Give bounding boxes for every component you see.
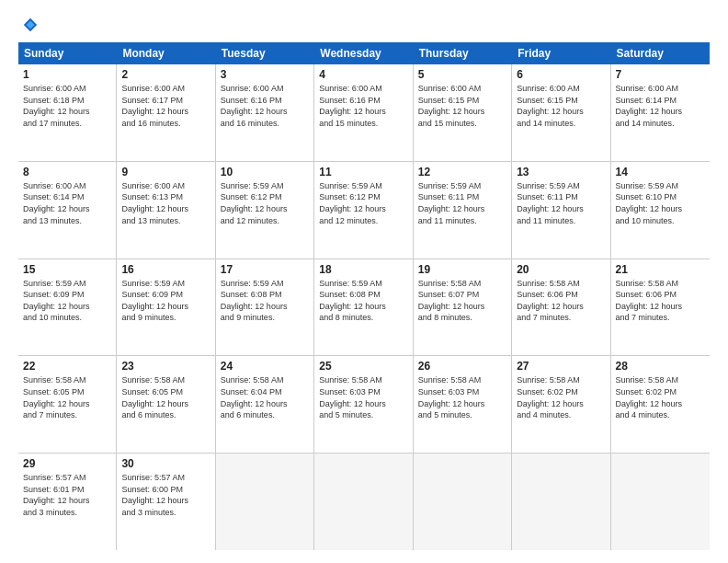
cell-text: Sunrise: 5:59 AMSunset: 6:12 PMDaylight:… <box>221 180 309 226</box>
calendar-cell <box>414 454 512 550</box>
header-day-saturday: Saturday <box>611 42 710 64</box>
day-number: 28 <box>616 360 705 373</box>
calendar-cell: 11Sunrise: 5:59 AMSunset: 6:12 PMDayligh… <box>314 162 413 259</box>
day-number: 4 <box>319 68 407 81</box>
cell-text: Sunrise: 5:58 AMSunset: 6:05 PMDaylight:… <box>23 374 111 420</box>
calendar-cell: 2Sunrise: 6:00 AMSunset: 6:17 PMDaylight… <box>117 64 215 161</box>
calendar-cell <box>314 454 413 550</box>
calendar-cell: 6Sunrise: 6:00 AMSunset: 6:15 PMDaylight… <box>512 64 610 161</box>
cell-text: Sunrise: 5:59 AMSunset: 6:08 PMDaylight:… <box>221 278 309 324</box>
calendar-cell: 19Sunrise: 5:58 AMSunset: 6:07 PMDayligh… <box>414 259 512 356</box>
cell-text: Sunrise: 5:58 AMSunset: 6:02 PMDaylight:… <box>616 374 705 420</box>
calendar-cell: 9Sunrise: 6:00 AMSunset: 6:13 PMDaylight… <box>117 162 215 259</box>
calendar-cell <box>216 454 314 550</box>
cell-text: Sunrise: 5:58 AMSunset: 6:04 PMDaylight:… <box>221 374 309 420</box>
calendar-cell: 29Sunrise: 5:57 AMSunset: 6:01 PMDayligh… <box>18 454 117 550</box>
calendar-cell: 5Sunrise: 6:00 AMSunset: 6:15 PMDaylight… <box>414 64 512 161</box>
day-number: 13 <box>517 166 605 178</box>
cell-text: Sunrise: 5:57 AMSunset: 6:01 PMDaylight:… <box>23 472 111 518</box>
calendar-row-4: 29Sunrise: 5:57 AMSunset: 6:01 PMDayligh… <box>18 454 710 550</box>
day-number: 14 <box>616 166 705 178</box>
calendar: SundayMondayTuesdayWednesdayThursdayFrid… <box>18 42 710 550</box>
day-number: 25 <box>319 360 407 373</box>
header-day-friday: Friday <box>512 42 610 64</box>
calendar-cell: 4Sunrise: 6:00 AMSunset: 6:16 PMDaylight… <box>314 64 413 161</box>
calendar-cell: 13Sunrise: 5:59 AMSunset: 6:11 PMDayligh… <box>512 162 610 259</box>
calendar-cell: 25Sunrise: 5:58 AMSunset: 6:03 PMDayligh… <box>314 356 413 453</box>
day-number: 1 <box>23 68 111 81</box>
day-number: 6 <box>517 68 605 81</box>
day-number: 3 <box>221 68 309 81</box>
header-day-sunday: Sunday <box>18 42 117 64</box>
calendar-cell: 15Sunrise: 5:59 AMSunset: 6:09 PMDayligh… <box>18 259 117 356</box>
logo <box>18 17 39 33</box>
cell-text: Sunrise: 5:58 AMSunset: 6:07 PMDaylight:… <box>418 278 506 324</box>
day-number: 12 <box>418 166 506 178</box>
calendar-row-2: 15Sunrise: 5:59 AMSunset: 6:09 PMDayligh… <box>18 259 710 357</box>
day-number: 22 <box>23 360 111 373</box>
calendar-cell: 7Sunrise: 6:00 AMSunset: 6:14 PMDaylight… <box>611 64 710 161</box>
header-day-thursday: Thursday <box>414 42 512 64</box>
day-number: 19 <box>418 263 506 276</box>
cell-text: Sunrise: 5:59 AMSunset: 6:10 PMDaylight:… <box>616 180 705 226</box>
cell-text: Sunrise: 5:58 AMSunset: 6:06 PMDaylight:… <box>517 278 605 324</box>
cell-text: Sunrise: 5:59 AMSunset: 6:08 PMDaylight:… <box>319 278 407 324</box>
calendar-cell: 23Sunrise: 5:58 AMSunset: 6:05 PMDayligh… <box>117 356 215 453</box>
calendar-cell: 21Sunrise: 5:58 AMSunset: 6:06 PMDayligh… <box>611 259 710 356</box>
calendar-row-0: 1Sunrise: 6:00 AMSunset: 6:18 PMDaylight… <box>18 64 710 162</box>
calendar-cell: 12Sunrise: 5:59 AMSunset: 6:11 PMDayligh… <box>414 162 512 259</box>
day-number: 8 <box>23 166 111 178</box>
day-number: 21 <box>616 263 705 276</box>
cell-text: Sunrise: 5:59 AMSunset: 6:09 PMDaylight:… <box>23 278 111 324</box>
cell-text: Sunrise: 5:59 AMSunset: 6:11 PMDaylight:… <box>517 180 605 226</box>
calendar-cell: 30Sunrise: 5:57 AMSunset: 6:00 PMDayligh… <box>117 454 215 550</box>
cell-text: Sunrise: 6:00 AMSunset: 6:16 PMDaylight:… <box>221 83 309 129</box>
cell-text: Sunrise: 6:00 AMSunset: 6:15 PMDaylight:… <box>418 83 506 129</box>
cell-text: Sunrise: 5:57 AMSunset: 6:00 PMDaylight:… <box>121 472 210 518</box>
cell-text: Sunrise: 6:00 AMSunset: 6:17 PMDaylight:… <box>121 83 210 129</box>
calendar-cell: 24Sunrise: 5:58 AMSunset: 6:04 PMDayligh… <box>216 356 314 453</box>
header-day-monday: Monday <box>117 42 215 64</box>
calendar-cell: 22Sunrise: 5:58 AMSunset: 6:05 PMDayligh… <box>18 356 117 453</box>
calendar-cell: 1Sunrise: 6:00 AMSunset: 6:18 PMDaylight… <box>18 64 117 161</box>
calendar-cell: 18Sunrise: 5:59 AMSunset: 6:08 PMDayligh… <box>314 259 413 356</box>
day-number: 20 <box>517 263 605 276</box>
day-number: 29 <box>23 457 111 470</box>
calendar-row-3: 22Sunrise: 5:58 AMSunset: 6:05 PMDayligh… <box>18 356 710 454</box>
cell-text: Sunrise: 5:59 AMSunset: 6:12 PMDaylight:… <box>319 180 407 226</box>
cell-text: Sunrise: 6:00 AMSunset: 6:13 PMDaylight:… <box>121 180 210 226</box>
calendar-cell: 10Sunrise: 5:59 AMSunset: 6:12 PMDayligh… <box>216 162 314 259</box>
cell-text: Sunrise: 5:58 AMSunset: 6:06 PMDaylight:… <box>616 278 705 324</box>
cell-text: Sunrise: 5:58 AMSunset: 6:05 PMDaylight:… <box>121 374 210 420</box>
day-number: 17 <box>221 263 309 276</box>
day-number: 11 <box>319 166 407 178</box>
day-number: 24 <box>221 360 309 373</box>
calendar-cell: 20Sunrise: 5:58 AMSunset: 6:06 PMDayligh… <box>512 259 610 356</box>
cell-text: Sunrise: 5:58 AMSunset: 6:03 PMDaylight:… <box>319 374 407 420</box>
cell-text: Sunrise: 6:00 AMSunset: 6:16 PMDaylight:… <box>319 83 407 129</box>
cell-text: Sunrise: 6:00 AMSunset: 6:14 PMDaylight:… <box>23 180 111 226</box>
calendar-cell: 28Sunrise: 5:58 AMSunset: 6:02 PMDayligh… <box>611 356 710 453</box>
calendar-cell: 27Sunrise: 5:58 AMSunset: 6:02 PMDayligh… <box>512 356 610 453</box>
day-number: 5 <box>418 68 506 81</box>
day-number: 18 <box>319 263 407 276</box>
calendar-cell: 26Sunrise: 5:58 AMSunset: 6:03 PMDayligh… <box>414 356 512 453</box>
day-number: 9 <box>121 166 210 178</box>
calendar-cell: 16Sunrise: 5:59 AMSunset: 6:09 PMDayligh… <box>117 259 215 356</box>
calendar-cell: 14Sunrise: 5:59 AMSunset: 6:10 PMDayligh… <box>611 162 710 259</box>
calendar-header: SundayMondayTuesdayWednesdayThursdayFrid… <box>18 42 710 64</box>
calendar-cell: 8Sunrise: 6:00 AMSunset: 6:14 PMDaylight… <box>18 162 117 259</box>
cell-text: Sunrise: 5:58 AMSunset: 6:02 PMDaylight:… <box>517 374 605 420</box>
calendar-cell: 3Sunrise: 6:00 AMSunset: 6:16 PMDaylight… <box>216 64 314 161</box>
calendar-cell <box>611 454 710 550</box>
cell-text: Sunrise: 6:00 AMSunset: 6:18 PMDaylight:… <box>23 83 111 129</box>
calendar-cell <box>512 454 610 550</box>
header-day-tuesday: Tuesday <box>216 42 314 64</box>
page: SundayMondayTuesdayWednesdayThursdayFrid… <box>0 0 728 563</box>
cell-text: Sunrise: 5:59 AMSunset: 6:09 PMDaylight:… <box>121 278 210 324</box>
calendar-row-1: 8Sunrise: 6:00 AMSunset: 6:14 PMDaylight… <box>18 162 710 259</box>
header-day-wednesday: Wednesday <box>314 42 413 64</box>
calendar-cell: 17Sunrise: 5:59 AMSunset: 6:08 PMDayligh… <box>216 259 314 356</box>
day-number: 23 <box>121 360 210 373</box>
day-number: 16 <box>121 263 210 276</box>
